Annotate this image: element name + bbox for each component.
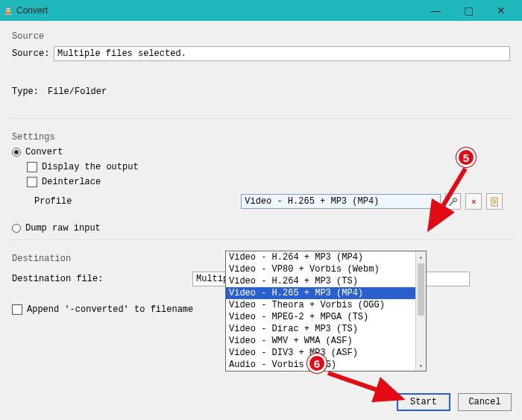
- new-profile-icon: [490, 197, 500, 207]
- append-converted-checkbox[interactable]: [12, 304, 22, 315]
- wrench-icon: [448, 197, 458, 207]
- profile-option[interactable]: Video - Dirac + MP3 (TS): [226, 323, 426, 335]
- cancel-button[interactable]: Cancel: [458, 393, 512, 411]
- profile-option[interactable]: Video - DIV3 + MP3 (ASF): [226, 347, 426, 359]
- type-label: Type:: [12, 87, 48, 97]
- convert-label: Convert: [25, 147, 63, 157]
- profile-option[interactable]: Video - VP80 + Vorbis (Webm): [226, 263, 426, 275]
- deinterlace-label: Deinterlace: [42, 177, 101, 187]
- svg-marker-0: [6, 6, 11, 13]
- append-converted-label: Append '-converted' to filename: [27, 304, 193, 315]
- annotation-badge-6: 6: [307, 354, 327, 373]
- new-profile-button[interactable]: [486, 193, 503, 210]
- profile-option[interactable]: Video - H.265 + MP3 (MP4): [226, 287, 426, 299]
- window-title: Convert: [16, 5, 48, 16]
- annotation-badge-5: 5: [456, 148, 476, 167]
- svg-rect-1: [4, 13, 12, 15]
- source-group-label: Source: [12, 31, 515, 42]
- profile-option[interactable]: Video - Theora + Vorbis (OGG): [226, 299, 426, 311]
- deinterlace-checkbox[interactable]: [27, 177, 37, 187]
- convert-radio[interactable]: [12, 148, 21, 157]
- edit-profile-button[interactable]: [445, 193, 462, 210]
- vlc-cone-icon: [4, 6, 12, 15]
- dump-raw-radio[interactable]: [12, 224, 21, 233]
- display-output-label: Display the output: [42, 162, 139, 172]
- start-button[interactable]: Start: [397, 393, 450, 411]
- svg-rect-3: [6, 10, 10, 11]
- maximize-button[interactable]: ▢: [452, 1, 485, 20]
- type-value: File/Folder: [48, 87, 107, 97]
- settings-group-label: Settings: [12, 132, 515, 142]
- titlebar: Convert — ▢ ✕: [0, 0, 522, 21]
- delete-profile-button[interactable]: ✕: [465, 193, 482, 210]
- profile-label: Profile: [34, 196, 241, 207]
- source-label: Source:: [12, 48, 54, 59]
- svg-line-9: [328, 373, 401, 398]
- dropdown-scrollbar[interactable]: ▴ ▾: [415, 251, 426, 371]
- profile-dropdown-list[interactable]: Video - H.264 + MP3 (MP4)Video - VP80 + …: [225, 251, 427, 372]
- dump-raw-label: Dump raw input: [25, 223, 101, 233]
- destination-file-label: Destination file:: [12, 274, 192, 284]
- close-button[interactable]: ✕: [485, 1, 518, 20]
- profile-combobox[interactable]: Video - H.265 + MP3 (MP4) ▾: [241, 194, 440, 209]
- svg-rect-2: [7, 8, 10, 9]
- profile-option[interactable]: Video - MPEG-2 + MPGA (TS): [226, 311, 426, 323]
- profile-option[interactable]: Video - H.264 + MP3 (TS): [226, 275, 426, 287]
- source-input[interactable]: Multiple files selected.: [54, 46, 510, 61]
- chevron-down-icon[interactable]: ▾: [427, 195, 439, 207]
- display-output-checkbox[interactable]: [27, 162, 37, 172]
- profile-option[interactable]: Video - WMV + WMA (ASF): [226, 335, 426, 347]
- profile-option[interactable]: Video - H.264 + MP3 (MP4): [226, 251, 426, 263]
- minimize-button[interactable]: —: [419, 1, 452, 20]
